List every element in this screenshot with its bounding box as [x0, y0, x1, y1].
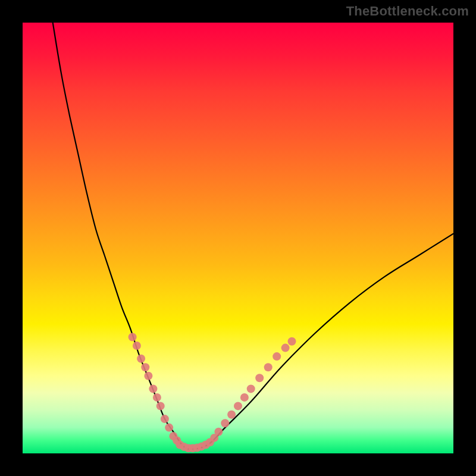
- chart-frame: TheBottleneck.com: [0, 0, 476, 476]
- marker-dot: [144, 372, 152, 380]
- marker-dot: [273, 352, 281, 361]
- marker-dot: [264, 363, 273, 371]
- marker-dot: [161, 415, 169, 423]
- marker-dot: [288, 337, 296, 346]
- marker-dot: [247, 384, 255, 393]
- marker-dot: [221, 419, 229, 427]
- marker-dot: [156, 402, 165, 410]
- marker-dot: [137, 355, 145, 363]
- marker-dot: [281, 344, 290, 352]
- marker-dot: [240, 393, 249, 402]
- chart-svg: [23, 23, 453, 453]
- marker-dot: [141, 363, 149, 371]
- marker-dot: [133, 342, 141, 350]
- highlight-markers: [129, 333, 296, 453]
- marker-dot: [165, 424, 173, 432]
- bottleneck-curve: [53, 23, 453, 449]
- marker-dot: [234, 402, 242, 410]
- marker-dot: [153, 393, 161, 402]
- marker-dot: [149, 384, 157, 393]
- marker-dot: [255, 374, 264, 382]
- chart-plot-area: [23, 23, 453, 453]
- marker-dot: [214, 428, 223, 436]
- marker-dot: [129, 333, 137, 342]
- marker-dot: [227, 411, 236, 419]
- watermark-text: TheBottleneck.com: [346, 4, 469, 19]
